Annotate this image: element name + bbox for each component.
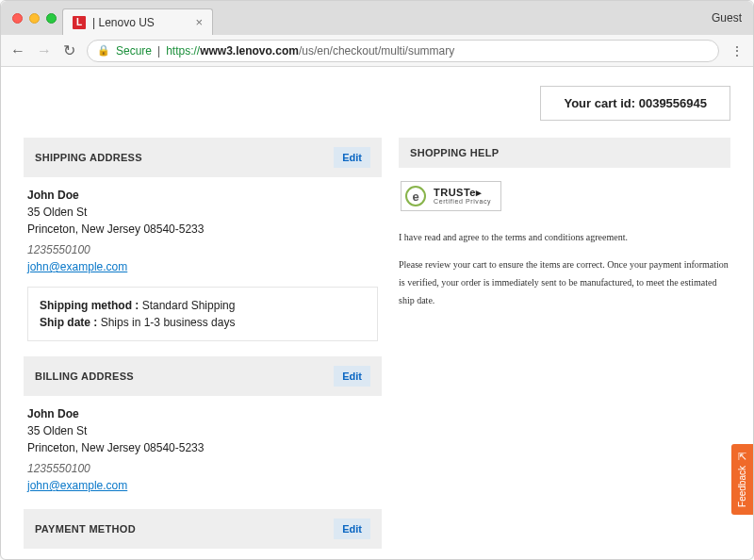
terms-agreement-text: I have read and agree to the terms and c… — [399, 228, 730, 246]
payment-method-panel: PAYMENT METHOD Edit Credit card type : V… — [24, 509, 382, 559]
truste-text: TRUSTe▸ Certified Privacy — [434, 188, 491, 205]
window-controls — [8, 1, 62, 35]
truste-badge[interactable]: e TRUSTe▸ Certified Privacy — [401, 181, 501, 211]
cart-id-box: Your cart id: 0039556945 — [540, 86, 730, 121]
reload-button[interactable]: ↻ — [63, 41, 75, 59]
billing-email-link[interactable]: john@example.com — [27, 479, 127, 492]
shipping-method-label: Shipping method : — [40, 299, 142, 312]
shipping-line1: 35 Olden St — [27, 204, 378, 221]
shipping-body: John Doe 35 Olden St Princeton, New Jers… — [24, 177, 382, 341]
cart-id-value: 0039556945 — [639, 96, 707, 110]
profile-label[interactable]: Guest — [712, 11, 742, 25]
payment-body: Credit card type : Visa Credit card numb… — [24, 549, 382, 559]
tab-strip: L | Lenovo US × Guest — [1, 1, 753, 35]
url-text: https://www3.lenovo.com/us/en/checkout/m… — [166, 44, 454, 58]
cart-id-bar: Your cart id: 0039556945 — [24, 86, 730, 121]
page-viewport: Your cart id: 0039556945 SHIPPING ADDRES… — [1, 67, 753, 559]
truste-sub: Certified Privacy — [434, 198, 491, 205]
url-path: /us/en/checkout/multi/summary — [299, 44, 454, 58]
billing-address-panel: BILLING ADDRESS Edit John Doe 35 Olden S… — [24, 356, 382, 494]
ship-date-value: Ships in 1-3 business days — [101, 316, 236, 329]
left-column: SHIPPING ADDRESS Edit John Doe 35 Olden … — [24, 138, 382, 559]
shipping-phone: 1235550100 — [27, 241, 378, 258]
shipping-line2: Princeton, New Jersey 08540-5233 — [27, 221, 378, 238]
browser-menu-button[interactable]: ⋮ — [730, 49, 744, 53]
truste-brand: TRUSTe▸ — [434, 188, 491, 198]
billing-title: BILLING ADDRESS — [35, 371, 134, 382]
shipping-header: SHIPPING ADDRESS Edit — [24, 138, 382, 177]
checkout-summary-page: Your cart id: 0039556945 SHIPPING ADDRES… — [1, 67, 753, 559]
edit-billing-button[interactable]: Edit — [334, 366, 370, 387]
address-bar[interactable]: 🔒 Secure | https://www3.lenovo.com/us/en… — [87, 40, 719, 62]
browser-toolbar: ← → ↻ 🔒 Secure | https://www3.lenovo.com… — [1, 35, 753, 67]
edit-shipping-button[interactable]: Edit — [334, 147, 370, 168]
right-column: SHOPPING HELP e TRUSTe▸ Certified Privac… — [399, 138, 730, 559]
forward-button: → — [37, 42, 52, 59]
feedback-icon: ⇱ — [738, 450, 746, 462]
window-maximize-button[interactable] — [46, 13, 57, 24]
secure-label: Secure — [116, 44, 152, 58]
tab-title: | Lenovo US — [92, 16, 155, 29]
truste-icon: e — [405, 186, 426, 206]
cart-id-label: Your cart id: — [564, 96, 638, 110]
lock-icon: 🔒 — [97, 44, 110, 57]
url-scheme: https:// — [166, 44, 200, 58]
billing-body: John Doe 35 Olden St Princeton, New Jers… — [24, 396, 382, 494]
browser-window: L | Lenovo US × Guest ← → ↻ 🔒 Secure | h… — [0, 0, 754, 560]
back-button[interactable]: ← — [10, 42, 25, 59]
payment-title: PAYMENT METHOD — [35, 523, 136, 535]
shipping-method-box: Shipping method : Standard Shipping Ship… — [27, 287, 378, 341]
billing-line2: Princeton, New Jersey 08540-5233 — [27, 439, 378, 456]
shipping-address-panel: SHIPPING ADDRESS Edit John Doe 35 Olden … — [24, 138, 382, 341]
shipping-name: John Doe — [27, 187, 378, 204]
help-text: I have read and agree to the terms and c… — [399, 228, 730, 309]
billing-header: BILLING ADDRESS Edit — [24, 356, 382, 396]
tab-close-button[interactable]: × — [195, 15, 203, 29]
url-host: www3.lenovo.com — [200, 44, 299, 58]
edit-payment-button[interactable]: Edit — [334, 519, 370, 539]
columns: SHIPPING ADDRESS Edit John Doe 35 Olden … — [24, 138, 730, 559]
window-minimize-button[interactable] — [29, 13, 40, 24]
billing-name: John Doe — [27, 405, 378, 422]
ship-date-label: Ship date : — [40, 316, 101, 329]
favicon-icon: L — [73, 16, 86, 29]
payment-header: PAYMENT METHOD Edit — [24, 509, 382, 549]
shipping-title: SHIPPING ADDRESS — [35, 152, 142, 163]
billing-line1: 35 Olden St — [27, 422, 378, 439]
shipping-method-value: Standard Shipping — [142, 299, 236, 312]
feedback-label: Feedback — [737, 466, 747, 507]
review-cart-text: Please review your cart to ensure the it… — [399, 255, 730, 309]
url-separator: | — [157, 44, 160, 58]
shopping-help-title: SHOPPING HELP — [399, 138, 730, 168]
feedback-tab[interactable]: Feedback ⇱ — [731, 444, 753, 515]
window-close-button[interactable] — [12, 13, 23, 24]
shipping-email-link[interactable]: john@example.com — [27, 260, 127, 273]
browser-tab[interactable]: L | Lenovo US × — [62, 8, 213, 35]
billing-phone: 1235550100 — [27, 460, 378, 477]
